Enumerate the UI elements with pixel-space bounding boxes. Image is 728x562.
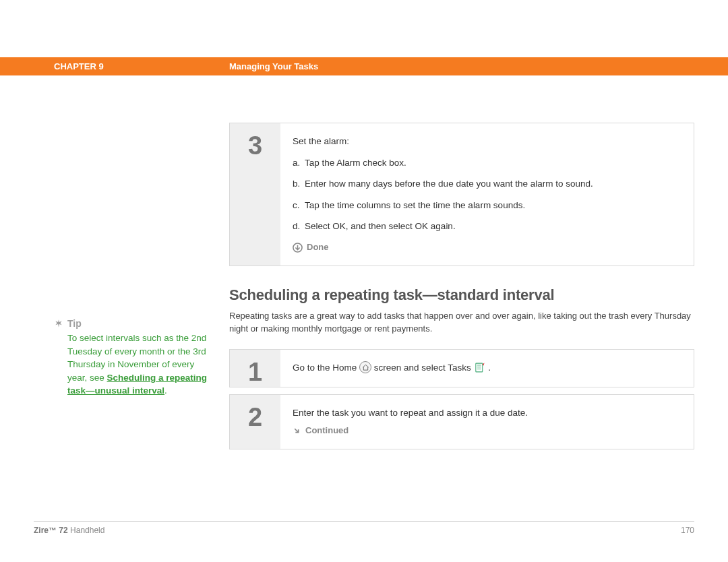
list-item: b.Enter how many days before the due dat… [293,177,681,191]
step-number-cell: 2 [230,395,280,449]
li-label: b. [293,177,305,191]
step-number: 1 [248,358,262,387]
page-body: Tip To select intervals such as the 2nd … [0,123,728,456]
step-number: 3 [248,131,262,160]
product-bold: Zire™ 72 [34,526,68,535]
tip-text-post: . [164,385,167,396]
section-title: Scheduling a repeating task—standard int… [229,286,694,304]
li-text: Enter how many days before the due date … [305,179,593,189]
chapter-header: CHAPTER 9 Managing Your Tasks [0,57,728,75]
step1-text-mid: screen and select Tasks [374,363,474,373]
sidebar: Tip To select intervals such as the 2nd … [54,123,229,456]
step-body: Set the alarm: a.Tap the Alarm check box… [280,123,694,266]
continued-label: Continued [305,424,348,438]
section-intro: Repeating tasks are a great way to add t… [229,309,694,336]
step-body: Go to the Home screen and select Tasks . [280,350,694,387]
chapter-label: CHAPTER 9 [54,61,229,71]
list-item: a.Tap the Alarm check box. [293,156,681,170]
tip-heading: Tip [54,318,216,329]
li-text: Tap the Alarm check box. [305,158,406,168]
step1-text-post: . [488,363,491,373]
step-2-card: 2 Enter the task you want to repeat and … [229,394,694,449]
page-number: 170 [681,526,694,535]
continued-row: Continued [293,424,681,438]
step-lead: Set the alarm: [293,134,681,149]
page-footer: Zire™ 72 Handheld 170 [34,521,694,535]
continued-arrow-icon [293,427,301,435]
product-rest: Handheld [68,526,105,535]
list-item: c.Tap the time columns to set the time t… [293,198,681,213]
home-icon [359,361,371,373]
product-name: Zire™ 72 Handheld [34,526,104,535]
asterisk-icon [54,319,63,328]
step2-text: Enter the task you want to repeat and as… [293,406,681,420]
done-row: Done [293,241,681,255]
list-item: d.Select OK, and then select OK again. [293,219,681,234]
li-label: a. [293,156,305,170]
step-body: Enter the task you want to repeat and as… [280,395,694,449]
step1-text-pre: Go to the Home [293,363,359,373]
done-arrow-icon [293,243,303,253]
step-1-card: 1 Go to the Home screen and select Tasks… [229,349,694,387]
step-number: 2 [248,403,262,432]
tip-body: To select intervals such as the 2nd Tues… [67,332,216,398]
li-text: Tap the time columns to set the time the… [305,200,525,210]
step-3-card: 3 Set the alarm: a.Tap the Alarm check b… [229,123,694,266]
chapter-title: Managing Your Tasks [229,61,318,71]
li-label: c. [293,198,305,213]
svg-rect-2 [476,363,483,372]
sub-step-list: a.Tap the Alarm check box. b.Enter how m… [293,156,681,234]
main-column: 3 Set the alarm: a.Tap the Alarm check b… [229,123,694,456]
tasks-icon [473,361,485,373]
li-label: d. [293,219,305,234]
done-label: Done [307,241,329,255]
tip-label: Tip [67,318,82,329]
step-number-cell: 3 [230,123,280,266]
li-text: Select OK, and then select OK again. [305,221,456,231]
tip-box: Tip To select intervals such as the 2nd … [54,318,216,398]
step-number-cell: 1 [230,350,280,387]
